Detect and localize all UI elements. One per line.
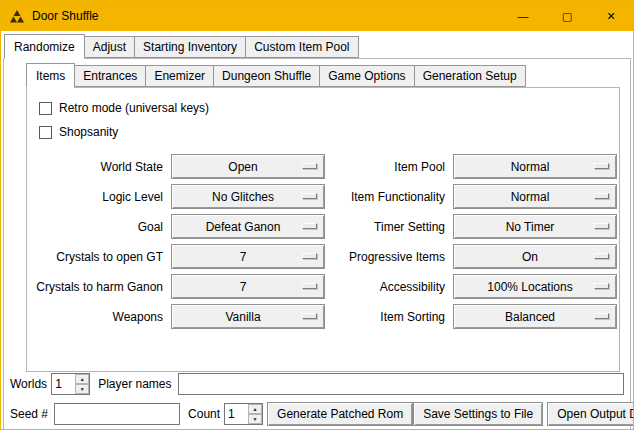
tab-items[interactable]: Items xyxy=(26,63,75,88)
item-sorting-value: Balanced xyxy=(505,310,565,324)
accessibility-label: Accessibility xyxy=(333,280,445,294)
item-functionality-value: Normal xyxy=(511,190,560,204)
options-grid: World State Open Item Pool Normal Logic … xyxy=(35,154,611,329)
worlds-row: Worlds 1 ▲ ▼ Player names xyxy=(10,372,624,396)
dropdown-indicator-icon xyxy=(302,223,317,229)
crystals-ganon-dropdown[interactable]: 7 xyxy=(171,274,325,299)
dropdown-indicator-icon xyxy=(302,163,317,169)
items-pane: Retro mode (universal keys) Shopsanity W… xyxy=(26,87,620,372)
shopsanity-checkbox[interactable] xyxy=(39,126,52,139)
retro-mode-label: Retro mode (universal keys) xyxy=(59,101,209,115)
weapons-dropdown[interactable]: Vanilla xyxy=(171,304,325,329)
player-names-input[interactable] xyxy=(178,373,625,395)
goal-value: Defeat Ganon xyxy=(206,220,291,234)
triforce-icon xyxy=(10,10,24,23)
main-tabbar: Randomize Adjust Starting Inventory Cust… xyxy=(4,34,633,58)
accessibility-value: 100% Locations xyxy=(487,280,582,294)
dropdown-indicator-icon xyxy=(302,313,317,319)
world-state-label: World State xyxy=(35,160,163,174)
shopsanity-checkbox-row[interactable]: Shopsanity xyxy=(35,120,611,144)
seed-input[interactable] xyxy=(54,403,180,425)
weapons-label: Weapons xyxy=(35,310,163,324)
timer-setting-dropdown[interactable]: No Timer xyxy=(453,214,617,239)
world-state-dropdown[interactable]: Open xyxy=(171,154,325,179)
progressive-items-value: On xyxy=(522,250,548,264)
spin-down-icon[interactable]: ▼ xyxy=(75,384,89,394)
dropdown-indicator-icon xyxy=(594,283,609,289)
worlds-spinner-arrows: ▲ ▼ xyxy=(75,374,89,394)
logic-level-label: Logic Level xyxy=(35,190,163,204)
maximize-button[interactable]: ▢ xyxy=(545,1,589,31)
titlebar: Door Shuffle — ▢ ✕ xyxy=(1,1,633,31)
save-settings-button[interactable]: Save Settings to File xyxy=(413,402,543,426)
window-controls: — ▢ ✕ xyxy=(501,1,633,31)
open-output-directory-button[interactable]: Open Output Directory xyxy=(547,402,634,426)
spin-up-icon[interactable]: ▲ xyxy=(248,404,262,414)
crystals-ganon-label: Crystals to harm Ganon xyxy=(35,280,163,294)
spin-down-icon[interactable]: ▼ xyxy=(248,414,262,424)
spin-up-icon[interactable]: ▲ xyxy=(75,374,89,384)
tab-dungeon-shuffle[interactable]: Dungeon Shuffle xyxy=(213,65,320,87)
close-button[interactable]: ✕ xyxy=(589,1,633,31)
logic-level-value: No Glitches xyxy=(212,190,284,204)
progressive-items-label: Progressive Items xyxy=(333,250,445,264)
randomize-pane: Items Entrances Enemizer Dungeon Shuffle… xyxy=(3,58,631,430)
retro-mode-checkbox-row[interactable]: Retro mode (universal keys) xyxy=(35,96,611,120)
settings-tabbar: Items Entrances Enemizer Dungeon Shuffle… xyxy=(26,63,620,87)
tab-enemizer[interactable]: Enemizer xyxy=(145,65,214,87)
dropdown-indicator-icon xyxy=(594,223,609,229)
tab-generation-setup[interactable]: Generation Setup xyxy=(414,65,526,87)
goal-dropdown[interactable]: Defeat Ganon xyxy=(171,214,325,239)
seed-label: Seed # xyxy=(10,407,48,421)
crystals-gt-dropdown[interactable]: 7 xyxy=(171,244,325,269)
dropdown-indicator-icon xyxy=(594,253,609,259)
seed-row: Seed # Count 1 ▲ ▼ Generate Patched Rom … xyxy=(10,401,624,427)
item-pool-dropdown[interactable]: Normal xyxy=(453,154,617,179)
tab-starting-inventory[interactable]: Starting Inventory xyxy=(134,36,246,58)
dropdown-indicator-icon xyxy=(594,193,609,199)
dropdown-indicator-icon xyxy=(302,193,317,199)
world-state-value: Open xyxy=(228,160,267,174)
crystals-ganon-value: 7 xyxy=(240,280,257,294)
minimize-icon: — xyxy=(518,11,529,22)
item-sorting-label: Item Sorting xyxy=(333,310,445,324)
count-value: 1 xyxy=(225,404,248,424)
tab-custom-item-pool[interactable]: Custom Item Pool xyxy=(245,36,358,58)
window-title: Door Shuffle xyxy=(32,9,501,23)
app-window: Door Shuffle — ▢ ✕ Randomize Adjust Star… xyxy=(0,0,634,430)
progressive-items-dropdown[interactable]: On xyxy=(453,244,617,269)
worlds-value: 1 xyxy=(52,374,75,394)
maximize-icon: ▢ xyxy=(562,11,572,22)
generate-patched-rom-button[interactable]: Generate Patched Rom xyxy=(267,402,413,426)
tab-entrances[interactable]: Entrances xyxy=(74,65,146,87)
crystals-gt-value: 7 xyxy=(240,250,257,264)
worlds-label: Worlds xyxy=(10,377,47,391)
item-functionality-dropdown[interactable]: Normal xyxy=(453,184,617,209)
weapons-value: Vanilla xyxy=(225,310,270,324)
tab-randomize[interactable]: Randomize xyxy=(4,34,85,59)
dropdown-indicator-icon xyxy=(302,283,317,289)
retro-mode-checkbox[interactable] xyxy=(39,102,52,115)
app-icon xyxy=(9,8,25,24)
dropdown-indicator-icon xyxy=(302,253,317,259)
item-sorting-dropdown[interactable]: Balanced xyxy=(453,304,617,329)
tab-game-options[interactable]: Game Options xyxy=(319,65,414,87)
count-label: Count xyxy=(188,407,220,421)
worlds-spinner[interactable]: 1 ▲ ▼ xyxy=(51,373,90,395)
close-icon: ✕ xyxy=(606,11,615,22)
minimize-button[interactable]: — xyxy=(501,1,545,31)
accessibility-dropdown[interactable]: 100% Locations xyxy=(453,274,617,299)
shopsanity-label: Shopsanity xyxy=(59,125,118,139)
dropdown-indicator-icon xyxy=(594,313,609,319)
timer-setting-value: No Timer xyxy=(506,220,565,234)
crystals-gt-label: Crystals to open GT xyxy=(35,250,163,264)
goal-label: Goal xyxy=(35,220,163,234)
item-functionality-label: Item Functionality xyxy=(333,190,445,204)
timer-setting-label: Timer Setting xyxy=(333,220,445,234)
count-spinner-arrows: ▲ ▼ xyxy=(248,404,262,424)
logic-level-dropdown[interactable]: No Glitches xyxy=(171,184,325,209)
tab-adjust[interactable]: Adjust xyxy=(84,36,135,58)
count-spinner[interactable]: 1 ▲ ▼ xyxy=(224,403,263,425)
item-pool-label: Item Pool xyxy=(333,160,445,174)
player-names-label: Player names xyxy=(98,377,171,391)
